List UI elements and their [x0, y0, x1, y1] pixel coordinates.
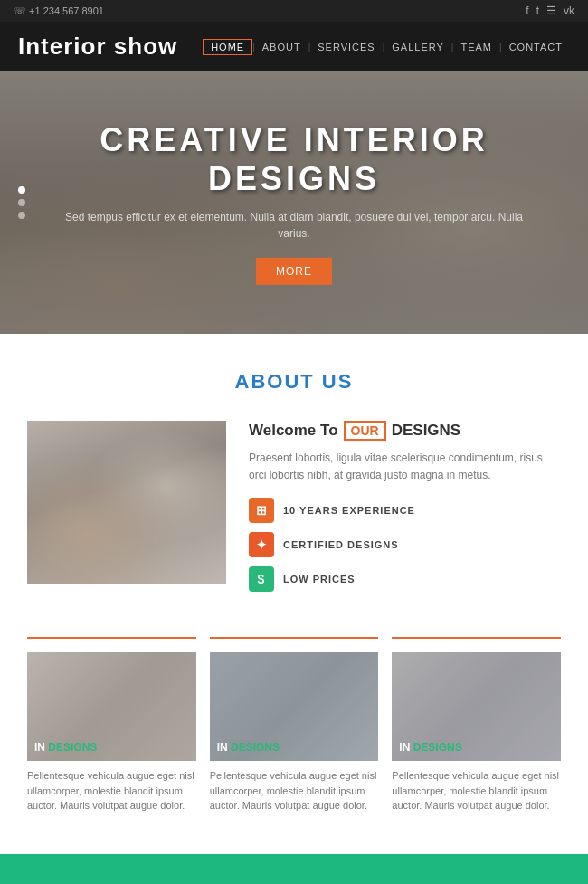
feature-experience: ⊞ 10 YEARS EXPERIENCE — [249, 498, 561, 523]
about-text: Welcome To OUR DESIGNS Praesent lobortis… — [249, 421, 561, 601]
portfolio-label-2: IN DESIGNS — [217, 741, 280, 754]
twitter-icon[interactable]: t — [536, 5, 539, 17]
nav-contact[interactable]: CONTACT — [502, 42, 570, 52]
vk-icon[interactable]: vk — [564, 5, 574, 17]
star-icon: ✦ — [249, 532, 274, 557]
nav-gallery[interactable]: GALLERY — [384, 42, 451, 52]
main-nav: HOME | ABOUT | SERVICES | GALLERY | TEAM… — [203, 39, 570, 55]
hero-subtitle: Sed tempus efficitur ex et elementum. Nu… — [59, 209, 529, 242]
feature-experience-label: 10 YEARS EXPERIENCE — [283, 505, 415, 516]
portfolio-image-2[interactable]: IN DESIGNS — [210, 652, 379, 761]
in-text-3: IN — [399, 741, 410, 754]
grid-icon: ⊞ — [249, 498, 274, 523]
portfolio-section: IN DESIGNS Pellentesque vehicula augue e… — [0, 628, 588, 854]
top-bar: ☏ +1 234 567 8901 f t ☰ vk — [0, 0, 588, 22]
in-text-1: IN — [34, 741, 45, 754]
nav-home[interactable]: HOME — [203, 39, 252, 55]
designs-text-2: DESIGNS — [231, 741, 280, 754]
about-description: Praesent lobortis, ligula vitae sceleris… — [249, 450, 561, 484]
nav-team[interactable]: TEAM — [453, 42, 499, 52]
rss-icon[interactable]: ☰ — [546, 5, 556, 17]
portfolio-grid: IN DESIGNS Pellentesque vehicula augue e… — [27, 652, 561, 813]
divider-1 — [27, 637, 196, 639]
nav-about[interactable]: ABOUT — [255, 42, 308, 52]
portfolio-image-3[interactable]: IN DESIGNS — [392, 652, 561, 761]
designs-text: DESIGNS — [392, 422, 461, 440]
hero-section: CREATIVE INTERIORDESIGNS Sed tempus effi… — [0, 71, 588, 334]
facebook-icon[interactable]: f — [526, 5, 528, 17]
dot-3[interactable] — [18, 212, 25, 219]
welcome-text: Welcome To — [249, 422, 338, 440]
portfolio-label-1: IN DESIGNS — [34, 741, 97, 754]
designs-text-3: DESIGNS — [413, 741, 462, 754]
portfolio-label-3: IN DESIGNS — [399, 741, 461, 754]
portfolio-desc-2: Pellentesque vehicula augue eget nisl ul… — [210, 768, 379, 813]
feature-prices-label: LOW PRICES — [283, 574, 356, 585]
in-text-2: IN — [217, 741, 228, 754]
portfolio-item-3: IN DESIGNS Pellentesque vehicula augue e… — [392, 652, 561, 813]
hero-content: CREATIVE INTERIORDESIGNS Sed tempus effi… — [59, 120, 529, 285]
feature-certified-label: CERTIFIED DESIGNS — [283, 539, 399, 550]
hero-title: CREATIVE INTERIORDESIGNS — [59, 120, 529, 198]
social-icons: f t ☰ vk — [526, 5, 574, 17]
nav-services[interactable]: SERVICES — [310, 42, 382, 52]
about-content: Welcome To OUR DESIGNS Praesent lobortis… — [27, 421, 561, 601]
about-title: ABOUT US — [27, 370, 561, 394]
portfolio-item-2: IN DESIGNS Pellentesque vehicula augue e… — [210, 652, 379, 813]
divider-3 — [392, 637, 561, 639]
about-image-bg — [27, 421, 226, 584]
designs-text-1: DESIGNS — [48, 741, 97, 754]
dot-1[interactable] — [18, 186, 25, 194]
portfolio-image-1[interactable]: IN DESIGNS — [27, 652, 196, 761]
divider-2 — [210, 637, 379, 639]
portfolio-item-1: IN DESIGNS Pellentesque vehicula augue e… — [27, 652, 196, 813]
services-section: SERVICES ⚓ Residential Designs Lorem ips… — [0, 854, 588, 884]
our-badge: OUR — [344, 421, 386, 441]
about-section: ABOUT US Welcome To OUR DESIGNS Praesent… — [0, 334, 588, 628]
hero-cta-button[interactable]: More — [256, 258, 332, 285]
dollar-icon: $ — [249, 566, 274, 592]
portfolio-dividers — [27, 637, 561, 639]
about-welcome: Welcome To OUR DESIGNS — [249, 421, 561, 441]
about-image — [27, 421, 226, 584]
hero-dots — [18, 186, 25, 219]
header: Interior show HOME | ABOUT | SERVICES | … — [0, 22, 588, 71]
feature-prices: $ LOW PRICES — [249, 566, 561, 592]
feature-certified: ✦ CERTIFIED DESIGNS — [249, 532, 561, 557]
logo[interactable]: Interior show — [18, 33, 177, 61]
dot-2[interactable] — [18, 199, 25, 206]
portfolio-desc-3: Pellentesque vehicula augue eget nisl ul… — [392, 768, 561, 813]
portfolio-desc-1: Pellentesque vehicula augue eget nisl ul… — [27, 768, 196, 813]
phone-number: ☏ +1 234 567 8901 — [14, 5, 104, 17]
